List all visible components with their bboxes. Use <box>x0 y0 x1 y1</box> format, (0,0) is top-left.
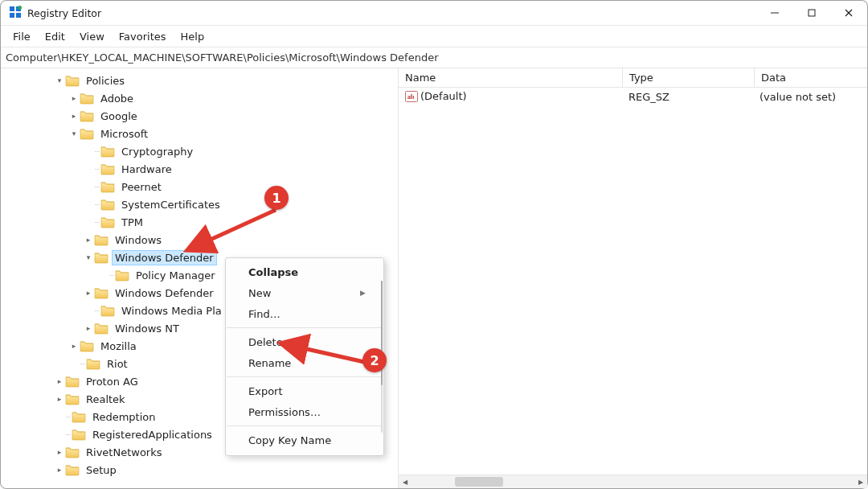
details-pane: Name Type Data ab(Default)REG_SZ(value n… <box>399 68 867 488</box>
svg-point-4 <box>18 6 22 10</box>
tree-dotted-line: ┈ <box>108 271 115 280</box>
context-menu-item[interactable]: Export <box>226 380 383 401</box>
tree-node[interactable]: ┈Hardware <box>1 160 398 178</box>
context-menu-item-label: New <box>248 287 271 299</box>
folder-icon <box>86 357 104 371</box>
svg-rect-0 <box>10 6 14 11</box>
context-menu-item[interactable]: Delete <box>226 331 383 352</box>
close-button[interactable] <box>830 1 867 25</box>
svg-rect-3 <box>16 13 21 18</box>
tree-node[interactable]: Windows <box>1 231 398 249</box>
tree-node[interactable]: Google <box>1 107 398 125</box>
tree-dotted-line: ┈ <box>65 413 72 421</box>
context-menu-separator <box>227 376 383 377</box>
tree-node-label: Windows Media Pla <box>118 303 225 318</box>
folder-icon <box>100 216 118 229</box>
column-header-type[interactable]: Type <box>623 68 755 87</box>
maximize-button[interactable] <box>793 1 830 25</box>
folder-icon <box>80 339 97 353</box>
tree-node-label: Microsoft <box>97 126 151 142</box>
context-menu-item-label: Find… <box>248 308 280 320</box>
tree-node-label: SystemCertificates <box>118 197 223 212</box>
details-row[interactable]: ab(Default)REG_SZ(value not set) <box>399 88 867 105</box>
expand-chevron-icon[interactable] <box>83 324 94 332</box>
cell-type: REG_SZ <box>622 91 753 103</box>
tree-dotted-line: ┈ <box>94 147 100 156</box>
folder-icon <box>94 322 112 335</box>
menu-file[interactable]: File <box>6 28 38 45</box>
tree-node[interactable]: ┈SystemCertificates <box>1 195 398 213</box>
folder-icon <box>65 375 83 388</box>
window-title: Registry Editor <box>27 7 101 19</box>
tree-dotted-line: ┈ <box>80 360 86 368</box>
svg-text:ab: ab <box>407 93 415 101</box>
context-menu-item[interactable]: Rename <box>226 352 383 373</box>
context-menu-item[interactable]: Collapse <box>226 261 383 282</box>
expand-chevron-icon[interactable] <box>68 342 80 350</box>
context-menu-item[interactable]: Permissions… <box>226 401 383 422</box>
tree-node-label: TPM <box>118 215 146 230</box>
expand-chevron-icon[interactable] <box>68 129 80 138</box>
minimize-button[interactable] <box>756 1 793 25</box>
folder-icon <box>115 269 133 282</box>
address-path: Computer\HKEY_LOCAL_MACHINE\SOFTWARE\Pol… <box>6 51 439 64</box>
tree-dotted-line: ┈ <box>94 306 100 315</box>
tree-node[interactable]: Adobe <box>1 89 398 107</box>
tree-node[interactable]: Setup <box>1 461 398 479</box>
details-header: Name Type Data <box>399 68 867 88</box>
address-bar[interactable]: Computer\HKEY_LOCAL_MACHINE\SOFTWARE\Pol… <box>1 47 867 68</box>
folder-icon <box>80 127 97 141</box>
context-menu-item[interactable]: Find… <box>226 303 383 324</box>
menu-view[interactable]: View <box>72 28 112 45</box>
menu-help[interactable]: Help <box>174 28 212 45</box>
column-header-data[interactable]: Data <box>755 68 867 87</box>
context-menu: CollapseNew▶Find…DeleteRenameExportPermi… <box>225 257 384 456</box>
window-buttons <box>756 1 867 25</box>
tree-node[interactable]: ┈Peernet <box>1 178 398 195</box>
expand-chevron-icon[interactable] <box>83 289 94 297</box>
folder-icon <box>100 145 118 158</box>
context-menu-item-label: Rename <box>248 357 291 369</box>
context-menu-separator <box>227 425 383 426</box>
value-name: (Default) <box>420 90 467 102</box>
folder-icon <box>65 463 83 477</box>
cell-data: (value not set) <box>753 91 867 103</box>
details-rows: ab(Default)REG_SZ(value not set) <box>399 88 867 475</box>
folder-icon <box>72 428 89 442</box>
tree-node[interactable]: ┈Cryptography <box>1 142 398 160</box>
expand-chevron-icon[interactable] <box>54 395 65 403</box>
folder-icon <box>65 446 83 459</box>
tree-node[interactable]: ┈TPM <box>1 213 398 231</box>
folder-icon <box>65 74 83 88</box>
expand-chevron-icon[interactable] <box>54 466 65 474</box>
context-menu-item[interactable]: Copy Key Name <box>226 429 383 450</box>
column-header-name[interactable]: Name <box>399 68 623 87</box>
tree-node-label: Proton AG <box>83 374 141 389</box>
tree-node-label: RegisteredApplications <box>89 427 215 442</box>
tree-dotted-line: ┈ <box>94 218 100 227</box>
expand-chevron-icon[interactable] <box>83 236 94 244</box>
tree-node-label: Windows NT <box>112 321 182 336</box>
tree-node[interactable]: Microsoft <box>1 125 398 142</box>
folder-icon <box>94 233 112 247</box>
tree-node-label: Realtek <box>83 392 129 407</box>
tree-node[interactable]: Policies <box>1 72 398 89</box>
tree-node-label: Adobe <box>97 91 137 106</box>
expand-chevron-icon[interactable] <box>83 253 94 261</box>
expand-chevron-icon[interactable] <box>68 112 80 120</box>
folder-icon <box>94 251 112 265</box>
details-hscroll[interactable]: ◀▶ <box>399 475 867 488</box>
main-area: PoliciesAdobeGoogleMicrosoft┈Cryptograph… <box>1 68 867 488</box>
menu-edit[interactable]: Edit <box>38 28 72 45</box>
folder-icon <box>65 392 83 406</box>
expand-chevron-icon[interactable] <box>54 448 65 456</box>
expand-chevron-icon[interactable] <box>54 377 65 385</box>
tree-node-label: RivetNetworks <box>83 445 166 460</box>
expand-chevron-icon[interactable] <box>68 94 80 102</box>
expand-chevron-icon[interactable] <box>54 76 65 84</box>
context-menu-item[interactable]: New▶ <box>226 282 383 303</box>
tree-node-label: Setup <box>83 462 120 478</box>
menu-favorites[interactable]: Favorites <box>112 28 174 45</box>
tree-node-label: Cryptography <box>118 144 196 159</box>
svg-rect-6 <box>809 10 815 16</box>
